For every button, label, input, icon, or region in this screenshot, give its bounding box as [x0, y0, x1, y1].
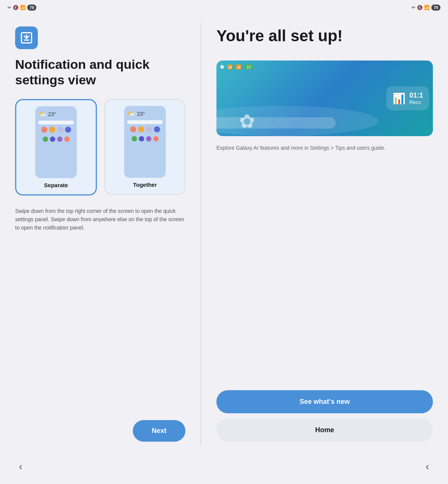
dot — [146, 126, 152, 132]
status-icons-right: ✏ 🔇 📶 79 — [412, 5, 440, 11]
next-button-container: Next — [15, 413, 185, 442]
phone-dots-row-2 — [127, 126, 163, 132]
dot-bottom — [64, 137, 70, 142]
feature-description: Explore Galaxy AI features and more in S… — [216, 144, 433, 152]
app-icon — [15, 26, 38, 49]
dot-bottom — [153, 136, 159, 141]
status-bar: ✏ 🔇 📶 79 ✏ 🔇 📶 79 — [0, 0, 448, 15]
description-text: Swipe down from the top right corner of … — [15, 207, 185, 232]
phone-bar-1 — [38, 121, 74, 124]
action-buttons: See what's new Home — [216, 390, 433, 442]
bottom-nav: ‹ ‹ — [0, 453, 448, 484]
temp-separate: 23° — [48, 111, 56, 117]
mute-icon-left: 🔇 — [13, 5, 19, 10]
phone-weather-together: ⛅ 23° — [127, 110, 163, 118]
battery-right: 79 — [431, 5, 440, 11]
sound-wave-icon: 📊 — [392, 92, 406, 105]
card-label-together: Together — [133, 182, 157, 188]
dot — [154, 126, 160, 132]
status-icons-left: ✏ 🔇 📶 79 — [8, 5, 36, 11]
dot-bottom — [146, 136, 151, 141]
wifi-status-icon: 📶 — [227, 64, 233, 70]
mute-icon-right: 🔇 — [417, 5, 423, 10]
signal-status-icon: 📶 — [236, 64, 241, 70]
feature-status-bar: 📶 📶 10 — [220, 64, 253, 70]
feature-stripe — [216, 117, 336, 129]
setup-title: You're all set up! — [216, 26, 433, 45]
phone-card-separate[interactable]: ⛅ 23° — [15, 99, 97, 195]
status-dot-1 — [220, 65, 224, 69]
phone-card-together[interactable]: ⛅ 23° — [104, 99, 185, 195]
dot — [65, 127, 71, 133]
dot — [41, 127, 47, 133]
phone-dots-row-1 — [38, 127, 74, 133]
phone-bottom-row-1 — [38, 137, 74, 142]
see-whats-new-button[interactable]: See what's new — [216, 390, 433, 413]
weather-icon-separate: ⛅ — [38, 110, 47, 118]
battery-left: 79 — [27, 5, 36, 11]
phone-illustrations: ⛅ 23° — [15, 99, 185, 195]
feature-image-inner: ✿ 📶 📶 10 📊 01:1 Reco — [216, 60, 433, 136]
weather-icon-together: ⛅ — [127, 110, 135, 118]
dot-bottom — [43, 137, 48, 142]
next-button[interactable]: Next — [133, 420, 185, 442]
dot — [138, 126, 144, 132]
right-panel: You're all set up! ✿ 📶 📶 10 📊 — [201, 15, 448, 453]
card-label-separate: Separate — [44, 182, 68, 188]
edit-icon-left: ✏ — [8, 5, 11, 10]
widget-info: 01:1 Reco — [409, 92, 423, 105]
dot-bottom — [57, 137, 62, 142]
wifi-icon-right: 📶 — [424, 5, 430, 10]
phone-bar-2 — [127, 120, 163, 124]
feature-image: ✿ 📶 📶 10 📊 01:1 Reco — [216, 60, 433, 136]
left-panel: Notification and quick settings view ⛅ 2… — [0, 15, 201, 453]
edit-icon-right: ✏ — [412, 5, 415, 10]
widget-rec-label: Reco — [409, 99, 423, 105]
dot-bottom — [132, 136, 137, 141]
main-content: Notification and quick settings view ⛅ 2… — [0, 15, 448, 453]
dot-bottom — [139, 136, 144, 141]
wifi-icon-left: 📶 — [20, 5, 26, 10]
back-button-right[interactable]: ‹ — [422, 457, 433, 476]
badge-10: 10 — [244, 64, 253, 70]
dot — [130, 126, 136, 132]
home-button[interactable]: Home — [216, 419, 433, 442]
dot — [57, 127, 63, 133]
back-button-left[interactable]: ‹ — [15, 457, 26, 476]
temp-together: 23° — [137, 111, 145, 117]
phone-bottom-row-2 — [127, 136, 163, 141]
phone-screen-separate: ⛅ 23° — [35, 106, 77, 178]
phone-weather-separate: ⛅ 23° — [38, 110, 74, 118]
svg-rect-0 — [24, 40, 30, 41]
dot-bottom — [50, 137, 55, 142]
phone-screen-together: ⛅ 23° — [124, 106, 166, 178]
widget-time: 01:1 — [409, 92, 423, 99]
dot — [49, 127, 55, 133]
page-title: Notification and quick settings view — [15, 57, 185, 88]
recording-widget: 📊 01:1 Reco — [386, 86, 429, 110]
download-box-icon — [20, 31, 33, 45]
